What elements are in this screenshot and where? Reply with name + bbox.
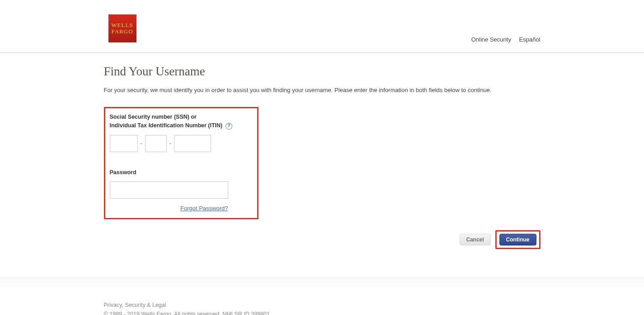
identity-form: Social Security number (SSN) or Individu… xyxy=(104,107,259,219)
page: WELLS FARGO Online Security Español Find… xyxy=(0,0,644,315)
ssn-label-line-1: Social Security number (SSN) or xyxy=(110,114,197,120)
ssn-separator-2: - xyxy=(169,140,171,147)
ssn-part-1-input[interactable] xyxy=(110,135,138,152)
continue-highlight: Continue xyxy=(495,230,541,249)
footer: Privacy, Security & Legal © 1999 - 2019 … xyxy=(104,301,541,315)
footer-separator xyxy=(0,277,644,290)
page-title: Find Your Username xyxy=(104,65,541,79)
logo-line-1: WELLS xyxy=(111,22,133,28)
copyright-text: © 1999 - 2019 Wells Fargo. All rights re… xyxy=(104,311,270,315)
ssn-part-3-input[interactable] xyxy=(174,135,211,152)
ssn-input-row: - - xyxy=(110,135,253,152)
ssn-label: Social Security number (SSN) or Individu… xyxy=(110,113,253,130)
ssn-label-line-2: Individual Tax Identification Number (IT… xyxy=(110,122,223,129)
password-group: Password Forgot Password? xyxy=(110,168,253,212)
forgot-password-link[interactable]: Forgot Password? xyxy=(180,205,228,212)
privacy-security-legal-link[interactable]: Privacy, Security & Legal xyxy=(104,302,166,308)
intro-text: For your security, we must identify you … xyxy=(104,87,541,93)
main-content: Find Your Username For your security, we… xyxy=(104,65,541,267)
password-input[interactable] xyxy=(110,181,228,199)
help-icon[interactable]: ? xyxy=(226,123,232,130)
continue-button[interactable]: Continue xyxy=(499,234,536,246)
logo-line-2: FARGO xyxy=(111,28,133,35)
forgot-password-wrap: Forgot Password? xyxy=(110,205,228,212)
top-links: Online Security Español xyxy=(465,36,541,43)
button-row: Cancel Continue xyxy=(104,230,541,249)
ssn-part-2-input[interactable] xyxy=(145,135,167,152)
espanol-link[interactable]: Español xyxy=(519,36,541,43)
header: WELLS FARGO Online Security Español xyxy=(0,0,644,53)
header-inner: WELLS FARGO Online Security Español xyxy=(104,0,541,52)
wells-fargo-logo[interactable]: WELLS FARGO xyxy=(108,14,136,42)
password-label: Password xyxy=(110,168,253,177)
cancel-button[interactable]: Cancel xyxy=(460,234,491,246)
ssn-separator-1: - xyxy=(141,140,142,147)
online-security-link[interactable]: Online Security xyxy=(471,36,511,43)
